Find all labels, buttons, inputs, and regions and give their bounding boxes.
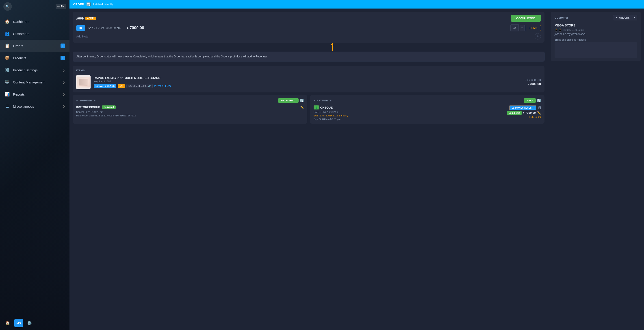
customer-card: Customer ▼ ORDERS ▾ MEGA STORE 📱 📱 +8801…	[551, 12, 641, 61]
payment-type-icon: 💲	[314, 105, 319, 110]
print-dropdown-button[interactable]: ▾	[520, 25, 525, 31]
bank-name: EASTERN BANK L... ( Banani )	[314, 114, 505, 117]
sidebar-item-product-settings[interactable]: ⚙️ Product Settings ❯	[0, 64, 70, 76]
sidebar-header: 🔍 বাং EN	[0, 0, 70, 13]
bottom-row: + SHIPMENTS DELIVERED 🔄 INSTOREPICKUP De…	[73, 95, 544, 124]
chevron-right-icon: ❯	[63, 105, 65, 108]
products-add-icon[interactable]: +	[60, 56, 65, 60]
sidebar-item-content-management[interactable]: 🖥️ Content Management ❯	[0, 76, 70, 88]
print-button[interactable]: 🖨	[510, 25, 519, 32]
topbar: ORDER 🔄 Fetched recently	[70, 0, 644, 9]
misc-icon: ☰	[4, 104, 10, 109]
payment-status-badge: PAID	[524, 98, 536, 103]
serial-badge[interactable]: RAP00505E9050G 🔗	[126, 84, 153, 88]
orders-dropdown-button[interactable]: ▾	[632, 15, 637, 21]
add-note-label: Add Note	[76, 35, 88, 38]
item-row: RAPOO E9050G PINK MULTI-MODE KEYBOARD Ke…	[76, 75, 541, 89]
item-total: ৳ 7000.00	[525, 82, 541, 86]
external-link-icon: 🔗	[148, 85, 151, 87]
product-settings-icon: ⚙️	[4, 68, 10, 73]
home-footer-button[interactable]: 🏠	[4, 319, 12, 327]
items-card: ITEMS RAPOO E9050G PINK MULTI-MODE KEYBO…	[73, 66, 544, 92]
chevron-right-icon: ❯	[63, 93, 65, 96]
phone-icon: 📱	[554, 29, 558, 32]
shipment-refresh-button[interactable]: 🔄	[300, 99, 304, 102]
image-icon[interactable]: 🖼	[538, 106, 541, 110]
customer-phone: 📱 📱 +8801767366293	[554, 29, 637, 32]
avatar[interactable]: MS	[14, 319, 23, 327]
payment-reference: EASTERN22920124	[314, 111, 336, 113]
right-panel: Customer ▼ ORDERS ▾ MEGA STORE 📱 📱 +8801…	[548, 9, 644, 330]
add-payment-button[interactable]: +	[314, 99, 316, 102]
view-all-link[interactable]: VIEW ALL (2)	[154, 85, 171, 88]
sidebar-item-customers[interactable]: 👥 Customers	[0, 28, 70, 40]
money-receipt-button[interactable]: 🖨 MONEY RECEIPT	[509, 105, 536, 110]
shipment-edit-button[interactable]: ✏️	[300, 105, 304, 109]
home-icon: 🏠	[4, 19, 10, 24]
billing-address-box	[554, 42, 637, 58]
order-header-card: #669 ADMIN COMPLETED ID Sep 21 2024, 3:0…	[73, 12, 544, 43]
tooltip-text: After confirming, Order status will now …	[76, 55, 268, 58]
chevron-right-icon: ❯	[63, 68, 65, 72]
shipment-status-badge: DELIVERED	[278, 98, 298, 103]
rma-button[interactable]: + RMA	[526, 25, 541, 31]
content-area: #669 ADMIN COMPLETED ID Sep 21 2024, 3:0…	[70, 9, 644, 330]
settings-button[interactable]: ⚙️	[26, 319, 34, 327]
orders-label: ORDERS	[619, 16, 630, 19]
sidebar: 🔍 বাং EN 🏠 Dashboard 👥 Customers 📋 Order…	[0, 0, 70, 330]
orders-add-icon[interactable]: +	[60, 44, 65, 48]
completed-button[interactable]: COMPLETED	[511, 15, 541, 22]
items-section-title: ITEMS	[76, 69, 541, 72]
sidebar-footer: 🏠 MS ⚙️	[0, 316, 70, 330]
sidebar-item-dashboard[interactable]: 🏠 Dashboard	[0, 16, 70, 28]
shipment-date: Sep 21 2024 3:09:29 pm	[76, 111, 304, 113]
info-icon[interactable]: ℹ	[337, 110, 338, 113]
search-button[interactable]: 🔍	[3, 2, 12, 11]
item-image	[76, 75, 90, 89]
admin-badge: ADMIN	[86, 17, 96, 20]
sn-badge[interactable]: S/N	[118, 84, 125, 88]
order-date: Sep 21 2024, 3:09:29 pm	[88, 26, 120, 30]
language-switcher[interactable]: বাং EN	[56, 4, 66, 9]
payment-completed-badge: Completed	[507, 111, 522, 115]
add-note-button[interactable]: +	[534, 33, 541, 40]
payment-type-name: CHEQUE	[320, 106, 333, 109]
shipments-card: + SHIPMENTS DELIVERED 🔄 INSTOREPICKUP De…	[73, 95, 307, 124]
add-shipment-button[interactable]: +	[76, 99, 78, 102]
sidebar-item-reports[interactable]: 📊 Reports ❯	[0, 88, 70, 100]
sidebar-item-orders[interactable]: 📋 Orders +	[0, 40, 70, 52]
topbar-order-label: ORDER	[73, 3, 84, 6]
chevron-right-icon: ❯	[63, 81, 65, 84]
sidebar-item-label: Reports	[13, 92, 25, 96]
payment-edit-button[interactable]: ✏️	[537, 111, 541, 115]
sidebar-item-products[interactable]: 📦 Products +	[0, 52, 70, 64]
shipment-item: INSTOREPICKUP Delivered ✏️ Sep 21 2024 3…	[76, 105, 304, 117]
payment-date: Sep 22 2024 4:08:25 pm	[314, 118, 505, 121]
tooltip-overlay: After confirming, Order status will now …	[73, 45, 544, 63]
customer-name: MEGA STORE	[554, 24, 637, 27]
payments-card: + PAYMENTS PAID 🔄 💲	[310, 95, 545, 124]
item-sku: Key-Rap-81595	[94, 80, 522, 83]
payment-amount: ৳ 7000.00	[523, 111, 536, 115]
customers-icon: 👥	[4, 31, 10, 36]
item-qty-price: 2 × ৳ 3500.00 ৳ 7000.00	[525, 79, 541, 86]
order-amount: ৳ 7000.00	[127, 26, 144, 30]
sidebar-item-label: Product Settings	[13, 68, 38, 72]
order-id-pill[interactable]: ID	[76, 25, 85, 31]
payment-refresh-button[interactable]: 🔄	[537, 99, 541, 102]
reports-icon: 📊	[4, 92, 10, 97]
receipt-icon: 🖨	[512, 107, 514, 109]
left-panel: #669 ADMIN COMPLETED ID Sep 21 2024, 3:0…	[70, 9, 548, 330]
sidebar-item-label: Miscellaneous	[13, 105, 34, 108]
refresh-icon[interactable]: 🔄	[86, 2, 91, 7]
sidebar-item-label: Dashboard	[13, 20, 29, 24]
orders-button[interactable]: ▼ ORDERS	[613, 15, 632, 21]
item-name: RAPOO E9050G PINK MULTI-MODE KEYBOARD	[94, 76, 522, 80]
shipment-delivered-badge: Delivered	[102, 105, 116, 109]
filter-icon: ▼	[616, 16, 618, 19]
serial-number: RAP00505E9050G	[128, 85, 148, 87]
item-details: RAPOO E9050G PINK MULTI-MODE KEYBOARD Ke…	[94, 76, 522, 88]
tooltip-box: After confirming, Order status will now …	[73, 52, 544, 62]
sidebar-item-miscellaneous[interactable]: ☰ Miscellaneous ❯	[0, 100, 70, 112]
sidebar-item-label: Customers	[13, 32, 29, 36]
